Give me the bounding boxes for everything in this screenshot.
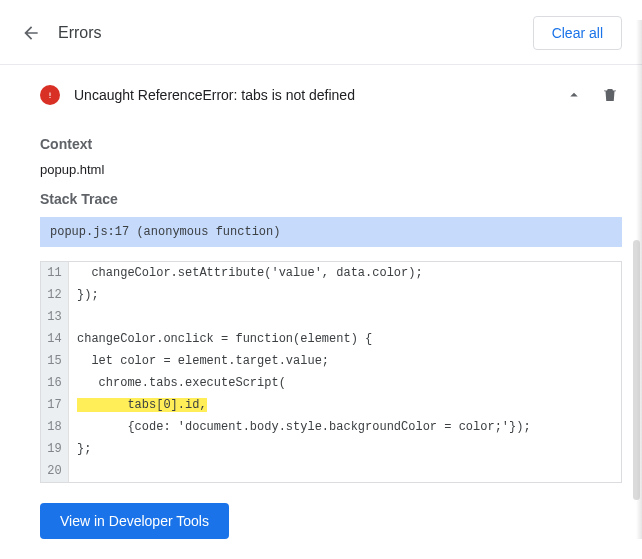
- chevron-up-icon[interactable]: [562, 83, 586, 107]
- code-line: 18 {code: 'document.body.style.backgroun…: [41, 416, 621, 438]
- error-message: Uncaught ReferenceError: tabs is not def…: [74, 87, 562, 103]
- context-value: popup.html: [40, 162, 622, 177]
- line-number: 18: [41, 416, 69, 438]
- code-line: 17 tabs[0].id,: [41, 394, 621, 416]
- code-text: };: [69, 438, 621, 460]
- code-line: 13: [41, 306, 621, 328]
- line-number: 11: [41, 262, 69, 284]
- stack-trace-label: Stack Trace: [40, 191, 622, 207]
- line-number: 13: [41, 306, 69, 328]
- code-text: chrome.tabs.executeScript(: [69, 372, 621, 394]
- header: Errors Clear all: [0, 0, 642, 64]
- code-text: {code: 'document.body.style.backgroundCo…: [69, 416, 621, 438]
- code-viewer: 11 changeColor.setAttribute('value', dat…: [40, 261, 622, 483]
- code-text: [69, 460, 621, 482]
- line-number: 17: [41, 394, 69, 416]
- back-arrow-icon[interactable]: [20, 22, 42, 44]
- code-text: changeColor.onclick = function(element) …: [69, 328, 621, 350]
- error-header-row: Uncaught ReferenceError: tabs is not def…: [40, 75, 622, 122]
- clear-all-button[interactable]: Clear all: [533, 16, 622, 50]
- page-title: Errors: [58, 24, 102, 42]
- context-label: Context: [40, 136, 622, 152]
- code-text: [69, 306, 621, 328]
- line-number: 15: [41, 350, 69, 372]
- code-line: 16 chrome.tabs.executeScript(: [41, 372, 621, 394]
- code-line: 15 let color = element.target.value;: [41, 350, 621, 372]
- line-number: 19: [41, 438, 69, 460]
- code-line: 12});: [41, 284, 621, 306]
- code-text: });: [69, 284, 621, 306]
- code-text: tabs[0].id,: [69, 394, 621, 416]
- code-line: 19};: [41, 438, 621, 460]
- error-icon: [40, 85, 60, 105]
- code-line: 20: [41, 460, 621, 482]
- code-line: 14changeColor.onclick = function(element…: [41, 328, 621, 350]
- code-text: changeColor.setAttribute('value', data.c…: [69, 262, 621, 284]
- line-number: 14: [41, 328, 69, 350]
- view-in-devtools-button[interactable]: View in Developer Tools: [40, 503, 229, 539]
- line-number: 16: [41, 372, 69, 394]
- stack-trace-frame[interactable]: popup.js:17 (anonymous function): [40, 217, 622, 247]
- line-number: 20: [41, 460, 69, 482]
- code-text: let color = element.target.value;: [69, 350, 621, 372]
- divider: [0, 64, 642, 65]
- trash-icon[interactable]: [598, 83, 622, 107]
- code-line: 11 changeColor.setAttribute('value', dat…: [41, 262, 621, 284]
- line-number: 12: [41, 284, 69, 306]
